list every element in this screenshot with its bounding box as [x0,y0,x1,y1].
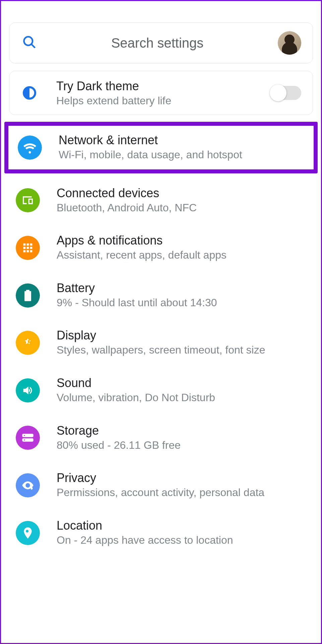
dark-theme-sub: Helps extend battery life [56,95,271,107]
settings-item-apps-notifications[interactable]: Apps & notificationsAssistant, recent ap… [2,224,320,272]
settings-item-location[interactable]: LocationOn - 24 apps have access to loca… [2,509,320,557]
item-title: Apps & notifications [57,233,306,248]
item-sub: On - 24 apps have access to location [57,533,306,547]
settings-item-network-internet[interactable]: Network & internetWi-Fi, mobile, data us… [4,122,318,173]
item-sub: Bluetooth, Android Auto, NFC [57,201,306,215]
contrast-icon [23,86,36,100]
item-title: Network & internet [59,133,304,147]
item-text: Network & internetWi-Fi, mobile, data us… [59,133,304,162]
item-sub: 9% - Should last until about 14:30 [57,296,306,310]
apps-icon [16,236,40,260]
search-placeholder: Search settings [37,36,278,51]
settings-item-display[interactable]: DisplayStyles, wallpapers, screen timeou… [2,319,320,367]
item-sub: Volume, vibration, Do Not Disturb [57,391,306,405]
item-sub: Permissions, account activity, personal … [57,486,306,500]
item-text: LocationOn - 24 apps have access to loca… [57,519,306,547]
item-sub: Assistant, recent apps, default apps [57,248,306,262]
item-title: Storage [57,424,306,438]
location-icon [16,521,40,545]
item-sub: Wi-Fi, mobile, data usage, and hotspot [59,148,304,162]
item-title: Display [57,328,306,342]
item-text: Battery9% - Should last until about 14:3… [57,281,306,310]
settings-item-battery[interactable]: Battery9% - Should last until about 14:3… [2,272,320,319]
dark-theme-toggle[interactable] [271,86,301,100]
search-card[interactable]: Search settings [9,22,313,63]
settings-item-privacy[interactable]: PrivacyPermissions, account activity, pe… [2,462,320,509]
settings-item-storage[interactable]: Storage80% used - 26.11 GB free [2,414,320,462]
settings-item-connected-devices[interactable]: Connected devicesBluetooth, Android Auto… [2,177,320,224]
item-title: Privacy [57,471,306,485]
dark-theme-card[interactable]: Try Dark theme Helps extend battery life [9,71,313,115]
storage-icon [16,426,40,450]
svg-point-0 [24,37,33,46]
item-title: Connected devices [57,186,306,200]
devices-icon [16,188,40,212]
item-title: Battery [57,281,306,295]
item-sub: 80% used - 26.11 GB free [57,438,306,452]
dark-theme-text: Try Dark theme Helps extend battery life [56,79,271,107]
battery-icon [16,283,40,308]
settings-item-sound[interactable]: SoundVolume, vibration, Do Not Disturb [2,367,320,414]
search-icon [22,35,37,51]
privacy-icon [16,473,40,497]
item-text: DisplayStyles, wallpapers, screen timeou… [57,328,306,357]
item-text: Connected devicesBluetooth, Android Auto… [57,186,306,215]
settings-list: Network & internetWi-Fi, mobile, data us… [2,122,320,556]
svg-line-1 [31,44,35,48]
dark-theme-title: Try Dark theme [56,79,271,93]
item-title: Location [57,519,306,533]
item-text: Storage80% used - 26.11 GB free [57,424,306,452]
item-text: Apps & notificationsAssistant, recent ap… [57,233,306,262]
avatar[interactable] [278,31,301,55]
item-title: Sound [57,376,306,390]
item-text: SoundVolume, vibration, Do Not Disturb [57,376,306,405]
display-icon [16,331,40,355]
item-text: PrivacyPermissions, account activity, pe… [57,471,306,500]
sound-icon [16,378,40,402]
wifi-icon [18,136,42,160]
item-sub: Styles, wallpapers, screen timeout, font… [57,343,306,357]
